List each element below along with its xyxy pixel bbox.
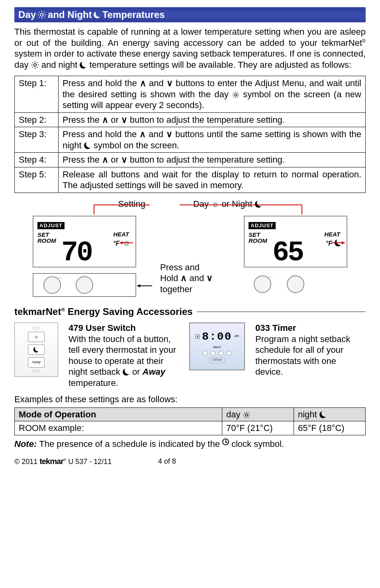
t: Press and hold the bbox=[63, 78, 140, 88]
svg-line-17 bbox=[37, 62, 38, 63]
svg-marker-39 bbox=[342, 241, 345, 244]
lcd-screen: ADJUST SETROOM HEAT °F ☼ 70 bbox=[33, 216, 136, 267]
t: The presence of a schedule is indicated … bbox=[39, 439, 220, 450]
arrow-icon bbox=[331, 240, 348, 246]
day-or-night-label: Day ☼ or Night bbox=[193, 199, 262, 210]
acc-title: 479 User Switch bbox=[69, 323, 179, 334]
t: Press the bbox=[63, 115, 102, 125]
t: Press and bbox=[160, 262, 220, 273]
t: and bbox=[146, 129, 166, 139]
examples-label: Examples of these settings are as follow… bbox=[14, 394, 366, 405]
chevron-down-icon: ﹀ bbox=[291, 272, 297, 280]
table-row: Step 3: Press and hold the ∧ and ∨ butto… bbox=[15, 127, 366, 153]
chevron-up-icon: ︿ bbox=[267, 272, 273, 280]
arrow-icon bbox=[135, 283, 153, 289]
wake-label: Wake bbox=[213, 345, 221, 349]
svg-line-6 bbox=[44, 17, 45, 18]
step-desc: Press and hold the ∧ and ∨ buttons until… bbox=[59, 127, 366, 153]
t: or bbox=[108, 155, 121, 165]
timer-button[interactable] bbox=[219, 351, 223, 356]
t: and bbox=[187, 273, 206, 283]
away-mode-button[interactable]: Away bbox=[28, 357, 45, 368]
svg-line-46 bbox=[248, 417, 249, 417]
svg-line-25 bbox=[233, 96, 234, 97]
button-panel: ︿ ﹀ bbox=[33, 273, 136, 297]
t: or bbox=[108, 115, 121, 125]
step-label: Step 3: bbox=[15, 127, 59, 153]
svg-marker-35 bbox=[119, 241, 123, 244]
table-row: Step 2: Press the ∧ or ∨ button to adjus… bbox=[15, 112, 366, 127]
timer-button[interactable] bbox=[211, 351, 215, 356]
t: button to adjust the temperature setting… bbox=[127, 155, 285, 165]
timer-button[interactable] bbox=[227, 351, 231, 356]
t: Hold bbox=[160, 273, 180, 283]
step-label: Step 2: bbox=[15, 112, 59, 127]
lcd-screen: ADJUST SETROOM HEAT °F 65 bbox=[244, 216, 347, 267]
moon-mode-button[interactable] bbox=[28, 344, 45, 355]
col-header: night bbox=[294, 407, 366, 421]
svg-line-48 bbox=[248, 413, 249, 413]
copyright: © 2011 bbox=[14, 458, 39, 466]
user-switch-desc: 479 User Switch With the touch of a butt… bbox=[69, 323, 179, 388]
t: temperature. bbox=[69, 378, 118, 388]
step-label: Step 1: bbox=[15, 76, 59, 113]
away-word: Away bbox=[143, 367, 165, 377]
acc-title: 033 Timer bbox=[255, 323, 366, 334]
sun-icon bbox=[232, 91, 239, 98]
moon-icon bbox=[318, 409, 328, 419]
svg-line-45 bbox=[244, 413, 245, 413]
step-label: Step 4: bbox=[15, 153, 59, 167]
step-desc: Release all buttons and wait for the dis… bbox=[59, 167, 366, 193]
table-row: Step 5: Release all buttons and wait for… bbox=[15, 167, 366, 193]
header-day: Day bbox=[18, 9, 36, 21]
header-andnight: and Night bbox=[48, 9, 92, 21]
page-footer: © 2011 tekmar® U 537 - 12/11 4 of 8 bbox=[14, 456, 366, 466]
setting-label: Setting bbox=[118, 199, 145, 210]
svg-marker-37 bbox=[137, 284, 140, 287]
intro-text: This thermostat is capable of running at… bbox=[14, 26, 366, 70]
brand-mini: tekmar bbox=[209, 357, 225, 363]
svg-line-26 bbox=[237, 92, 238, 93]
room-label: ROOM bbox=[249, 237, 267, 244]
brand-name: tekmar bbox=[39, 457, 63, 466]
note-label: Note: bbox=[14, 439, 37, 450]
step-label: Step 5: bbox=[15, 167, 59, 193]
step-desc: Press and hold the ∧ and ∨ buttons to en… bbox=[59, 76, 366, 113]
thermostat-night: ADJUST SETROOM HEAT °F 65 ︿ ﹀ bbox=[244, 216, 347, 297]
col-header: day bbox=[222, 407, 294, 421]
temperature-value: 70 bbox=[61, 242, 92, 264]
t: Press the bbox=[63, 155, 102, 165]
timer-button[interactable] bbox=[203, 351, 208, 356]
sun-icon bbox=[37, 10, 46, 19]
t: night bbox=[298, 409, 319, 419]
subsection-header: tekmarNet® Energy Saving Accessories bbox=[14, 306, 366, 318]
table-row: Step 1: Press and hold the ∧ and ∨ butto… bbox=[15, 76, 366, 113]
intro-part3: and night bbox=[41, 60, 80, 70]
t: and bbox=[146, 78, 166, 88]
svg-point-9 bbox=[33, 63, 36, 66]
table-row: Mode of Operation day night bbox=[15, 407, 366, 421]
t: Program a night setback schedule for all… bbox=[255, 334, 350, 377]
svg-line-14 bbox=[32, 62, 33, 63]
moon-icon bbox=[78, 60, 88, 70]
adjust-mini: ▮ bbox=[196, 334, 200, 339]
button-panel: ︿ ﹀ bbox=[244, 273, 347, 295]
room-label: ROOM bbox=[37, 237, 56, 244]
cell: 70°F (21°C) bbox=[222, 421, 294, 435]
clock-icon bbox=[222, 439, 229, 445]
user-switch-image: ☼ Away bbox=[14, 323, 58, 377]
adjust-indicator: ADJUST bbox=[249, 222, 276, 229]
t: clock symbol. bbox=[231, 439, 284, 450]
chevron-down-icon: ﹀ bbox=[80, 273, 87, 281]
adjust-indicator: ADJUST bbox=[37, 222, 65, 229]
reg-mark: ® bbox=[63, 458, 66, 462]
header-temps: Temperatures bbox=[102, 9, 165, 21]
doc-code: U 537 - 12/11 bbox=[68, 458, 112, 466]
table-row: ROOM example: 70°F (21°C) 65°F (18°C) bbox=[15, 421, 366, 435]
intro-part4: temperature settings will be available. … bbox=[89, 60, 351, 70]
svg-line-23 bbox=[233, 92, 234, 93]
timer-image: ▮ 8:00 AM Wake tekmar bbox=[189, 323, 245, 370]
svg-point-18 bbox=[235, 94, 237, 96]
sun-mode-button[interactable]: ☼ bbox=[28, 332, 45, 342]
t: or bbox=[132, 367, 143, 377]
